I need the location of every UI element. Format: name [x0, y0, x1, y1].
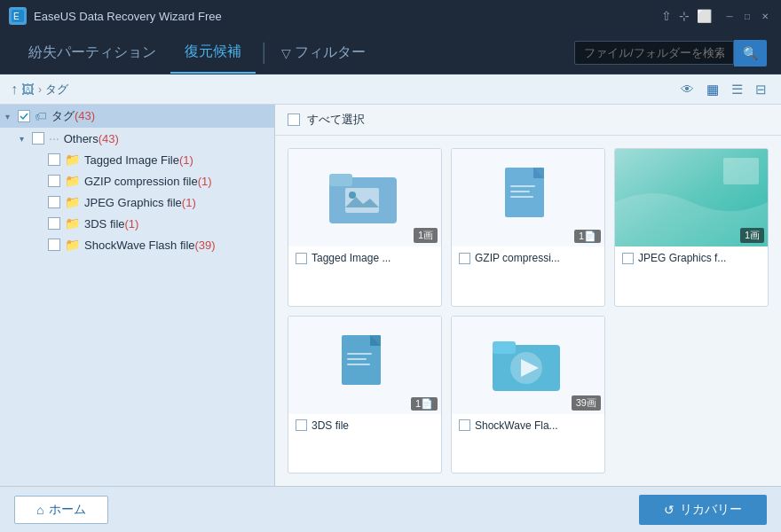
search-button[interactable]: 🔍: [734, 40, 767, 66]
sidebar-item-jpeg[interactable]: 📁 JPEG Graphics file(1): [0, 192, 274, 213]
title-bar: E EaseUS Data Recovery Wizard Free ⇧ ⊹ ⬜…: [0, 0, 781, 32]
sidebar-item-root[interactable]: ▾ 🏷 タグ(43): [0, 105, 274, 128]
tagged-thumb: 1画: [288, 149, 441, 246]
recovery-button[interactable]: ↺ リカバリー: [639, 495, 767, 525]
grid-view-button[interactable]: ▦: [703, 80, 722, 99]
search-area: 🔍: [574, 40, 767, 66]
swf-footer: ShockWave Fla...: [452, 414, 604, 437]
sidebar-item-3ds[interactable]: 📁 3DS file(1): [0, 213, 274, 234]
gzip-card-name: GZIP compressi...: [475, 252, 560, 264]
nav-bar: 紛失パーティション 復元候補 │ ▽ フィルター 🔍: [0, 32, 781, 74]
sidebar: ▾ 🏷 タグ(43) ▾ ··· Others(43) 📁 Tagged Ima…: [0, 105, 275, 486]
3ds-badge: 1📄: [411, 397, 438, 411]
jpeg-card-checkbox[interactable]: [622, 253, 634, 264]
others-expand-icon: ▾: [20, 134, 32, 144]
app-logo: E: [9, 7, 27, 25]
3ds-card-name: 3DS file: [312, 419, 349, 432]
search-input[interactable]: [574, 41, 734, 65]
gzip-card-checkbox[interactable]: [459, 253, 470, 264]
others-checkbox[interactable]: [32, 132, 44, 145]
svg-text:E: E: [13, 12, 20, 21]
tagged-footer: Tagged Image ...: [288, 246, 441, 270]
swf-thumb: 39画: [452, 317, 604, 414]
swf-folder-icon: 📁: [65, 238, 80, 252]
root-label: タグ(43): [51, 108, 95, 124]
file-card-jpeg[interactable]: 1画 JPEG Graphics f...: [614, 148, 769, 307]
gzip-badge: 1📄: [574, 230, 601, 243]
root-checkbox[interactable]: [18, 110, 30, 122]
breadcrumb: ↑ 🖼 › タグ: [11, 82, 68, 98]
3ds-folder-icon: 📁: [65, 216, 80, 231]
jpeg-thumb-container: 1画: [615, 149, 768, 246]
3ds-thumb: 1📄: [288, 317, 441, 414]
maximize-button[interactable]: □: [740, 9, 754, 23]
list-view-button[interactable]: ☰: [728, 80, 746, 99]
tagged-card-checkbox[interactable]: [296, 253, 307, 264]
title-icon-group: ⇧ ⊹ ⬜: [661, 9, 712, 23]
breadcrumb-up-button[interactable]: ↑: [11, 82, 18, 98]
others-label: Others(43): [64, 132, 119, 145]
preview-view-button[interactable]: 👁: [677, 80, 698, 98]
app-title: EaseUS Data Recovery Wizard Free: [34, 10, 661, 23]
gzip-icon: [501, 166, 555, 230]
3ds-card-checkbox[interactable]: [296, 419, 307, 431]
nav-recovery-candidates[interactable]: 復元候補: [170, 32, 256, 74]
breadcrumb-folder-icon: 🖼: [21, 82, 35, 97]
3ds-footer: 3DS file: [288, 414, 441, 437]
gzip-footer: GZIP compressi...: [452, 246, 604, 270]
3ds-checkbox[interactable]: [48, 217, 60, 230]
swf-card-name: ShockWave Fla...: [475, 419, 558, 432]
svg-rect-19: [347, 358, 367, 360]
home-icon: ⌂: [36, 503, 43, 517]
network-icon[interactable]: ⊹: [679, 9, 690, 23]
gzip-label: GZIP compression file(1): [84, 175, 212, 188]
gzip-checkbox[interactable]: [48, 175, 60, 187]
file-card-gzip[interactable]: 1📄 GZIP compressi...: [451, 148, 605, 307]
breadcrumb-separator: ›: [38, 83, 42, 96]
swf-checkbox[interactable]: [48, 239, 60, 251]
filter-button[interactable]: ▽ フィルター: [274, 43, 373, 62]
swf-card-checkbox[interactable]: [459, 419, 470, 431]
file-card-swf[interactable]: 39画 ShockWave Fla...: [451, 316, 605, 474]
root-count: (43): [75, 109, 95, 122]
tagged-card-name: Tagged Image ...: [312, 252, 390, 264]
sidebar-item-gzip[interactable]: 📁 GZIP compression file(1): [0, 170, 274, 192]
file-card-3ds[interactable]: 1📄 3DS file: [288, 316, 442, 474]
panel-view-button[interactable]: ⊟: [752, 80, 770, 99]
jpeg-label: JPEG Graphics file(1): [84, 196, 196, 209]
file-card-tagged[interactable]: 1画 Tagged Image ...: [288, 148, 442, 307]
device-icon[interactable]: ⬜: [697, 9, 712, 23]
tagged-checkbox[interactable]: [48, 153, 60, 166]
select-all-checkbox[interactable]: [288, 113, 300, 126]
svg-rect-12: [510, 191, 530, 192]
minimize-button[interactable]: ─: [722, 9, 737, 23]
window-controls: ─ □ ✕: [722, 9, 772, 23]
tagged-badge: 1画: [414, 228, 438, 243]
sidebar-item-swf[interactable]: 📁 ShockWave Flash file(39): [0, 234, 274, 255]
svg-point-6: [349, 192, 356, 199]
tagged-label: Tagged Image File(1): [84, 153, 193, 167]
view-controls: 👁 ▦ ☰ ⊟: [677, 80, 770, 99]
sidebar-item-tagged-image[interactable]: 📁 Tagged Image File(1): [0, 149, 274, 170]
gzip-thumb: 1📄: [452, 149, 604, 246]
nav-lost-partition[interactable]: 紛失パーティション: [14, 32, 170, 74]
svg-rect-4: [329, 174, 352, 186]
swf-badge: 39画: [572, 395, 601, 411]
sidebar-item-others[interactable]: ▾ ··· Others(43): [0, 128, 274, 149]
home-button[interactable]: ⌂ ホーム: [14, 496, 108, 524]
jpeg-checkbox[interactable]: [48, 196, 60, 208]
close-button[interactable]: ✕: [758, 9, 772, 23]
filter-icon: ▽: [281, 46, 291, 60]
3ds-label: 3DS file(1): [84, 217, 138, 231]
root-folder-icon: 🏷: [35, 109, 47, 123]
expand-icon: ▾: [5, 112, 18, 121]
nav-divider: │: [259, 43, 271, 63]
share-icon[interactable]: ⇧: [661, 9, 672, 23]
jpeg-card-name: JPEG Graphics f...: [638, 252, 726, 264]
swf-icon: [493, 334, 564, 396]
3ds-icon: [338, 333, 391, 397]
main-content: ▾ 🏷 タグ(43) ▾ ··· Others(43) 📁 Tagged Ima…: [0, 105, 781, 486]
jpeg-badge: 1画: [740, 228, 764, 243]
select-all-label: すべて選択: [307, 112, 365, 128]
svg-rect-20: [347, 364, 370, 365]
